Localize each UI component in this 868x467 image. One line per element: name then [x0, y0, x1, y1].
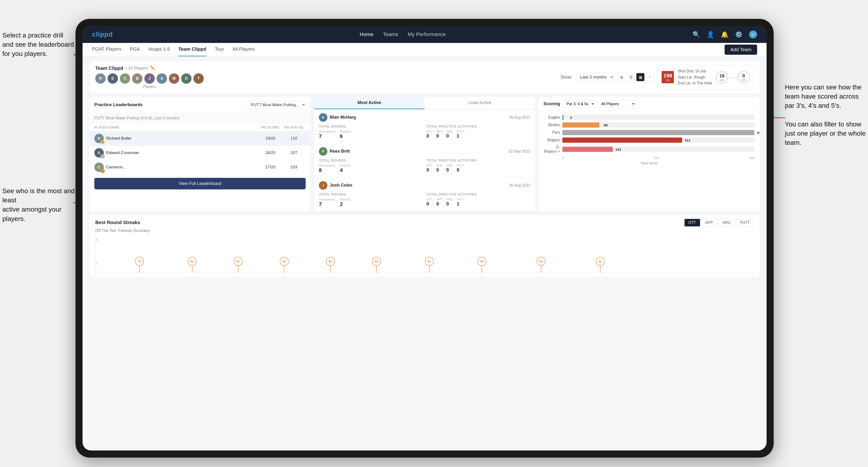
- streaks-filter-ott[interactable]: OTT: [684, 219, 700, 226]
- activity-stats-2: Total Rounds Tournament 8 Practice 4: [319, 158, 530, 173]
- arg-label-3: ARG: [446, 198, 453, 201]
- nav-link-performance[interactable]: My Performance: [408, 31, 445, 37]
- subnav-hcaps[interactable]: Hcaps 1-5: [148, 43, 170, 56]
- birdies-fill: 96: [562, 122, 599, 128]
- streaks-filter-putt[interactable]: PUTT: [736, 219, 754, 226]
- putt-val-2: 0: [457, 167, 465, 173]
- activity-avatar-2: R: [319, 147, 328, 156]
- drill-name: PUTT Must Make Putting (3-6 ft),: [94, 116, 153, 120]
- add-team-button[interactable]: Add Team: [724, 44, 757, 55]
- streak-pin-10: 3x: [596, 257, 605, 273]
- practice-leaderboards-card: Practice Leaderboards PUTT Must Make Put…: [90, 97, 310, 211]
- shot-circle-1-unit: yds: [720, 79, 724, 81]
- eagles-val: 3: [570, 115, 572, 119]
- total-rounds-row-3: Tournament 7 Practice 2: [319, 198, 423, 207]
- col-pb-avg: PB AVG SQ: [282, 125, 306, 129]
- tournament-label-2: Tournament: [319, 164, 335, 167]
- total-rounds-label-3: Total Rounds: [319, 192, 423, 196]
- show-select[interactable]: Last 3 months Last 6 months This year: [576, 73, 614, 81]
- practice-val-2: 4: [340, 167, 351, 173]
- bogeys-fill: 311: [562, 137, 682, 143]
- nav-link-home[interactable]: Home: [360, 31, 374, 37]
- scoring-header: Scoring Par 3, 4 & 5s Par 3s Par 4s Par …: [539, 97, 760, 111]
- subnav-pga[interactable]: PGA: [130, 43, 140, 56]
- app-val-1: 0: [436, 133, 442, 139]
- tab-most-active[interactable]: Most Active: [314, 97, 425, 109]
- practice-label-2: Practice: [340, 164, 351, 167]
- drill-select[interactable]: PUTT Must Make Putting... Other Drill: [247, 101, 306, 109]
- lb-avg-2: 107: [282, 151, 306, 155]
- avatar-4: B: [132, 73, 143, 84]
- subnav-pgat[interactable]: PGAT Players: [92, 43, 121, 56]
- lb-badge-2: 2: [100, 154, 105, 158]
- edit-icon[interactable]: ✏️: [150, 66, 155, 71]
- tournament-label-3: Tournament: [319, 198, 335, 201]
- streak-pin-line-1: [139, 266, 140, 273]
- ott-label-2: OTT: [427, 164, 433, 167]
- streaks-filter-arg[interactable]: ARG: [718, 219, 735, 226]
- app-stat-1: APP 0: [436, 130, 442, 139]
- pars-val: 499: [757, 130, 760, 134]
- arg-val-2: 0: [446, 167, 453, 173]
- annotation-1: Select a practice drill and see the lead…: [2, 31, 75, 59]
- avatar-icon[interactable]: U: [749, 30, 757, 38]
- app-label-3: APP: [436, 198, 442, 201]
- practice-activities-label-1: Total Practice Activities: [427, 125, 530, 128]
- players-label: Players: [95, 85, 204, 89]
- lb-row-2: E 2 Edward Crossman 18/20 107: [90, 146, 310, 160]
- annotation-2: Here you can see how theteam have scored…: [785, 83, 866, 147]
- view-card-icon[interactable]: ▦: [637, 73, 644, 81]
- total-rounds-group-1: Total Rounds Tournament 7 Practice 6: [319, 125, 423, 139]
- app-val-2: 0: [436, 167, 442, 173]
- scoring-player-select[interactable]: All Players Individual Player: [598, 100, 636, 107]
- view-grid-icon[interactable]: ⊞: [618, 73, 625, 81]
- scoring-par-select[interactable]: Par 3, 4 & 5s Par 3s Par 4s Par 5s: [563, 100, 595, 107]
- activity-avatar-3: J: [319, 181, 328, 190]
- activity-player-3-name: J Josh Coles: [319, 181, 352, 190]
- activity-name-2: Rees Britt: [330, 149, 350, 154]
- settings-icon[interactable]: ⚙️: [735, 31, 743, 38]
- tablet-frame: clippd Home Teams My Performance 🔍 👤 🔔 ⚙…: [75, 19, 774, 458]
- team-header-right: Show: Last 3 months Last 6 months This y…: [560, 65, 754, 89]
- streak-pin-6: 4x: [372, 257, 381, 273]
- ott-val-2: 0: [427, 167, 433, 173]
- putt-label-1: PUTT: [457, 130, 465, 133]
- view-list-icon[interactable]: ☰: [627, 73, 635, 81]
- ott-val-3: 0: [427, 201, 433, 207]
- activity-player-1-header: B Blair McHarg 26 Aug 2023: [319, 113, 530, 122]
- streak-pin-label-5: 5x: [326, 257, 335, 266]
- eagles-label: Eagles: [544, 115, 560, 120]
- tournament-stat-3: Tournament 7: [319, 198, 335, 207]
- person-icon[interactable]: 👤: [707, 31, 714, 38]
- view-icons: ⊞ ☰ ▦ ↕: [618, 73, 654, 81]
- subnav-team-clippd[interactable]: Team Clippd: [178, 43, 206, 56]
- streak-pin-label-3: 6x: [234, 257, 243, 266]
- subnav-all-players[interactable]: All Players: [232, 43, 255, 56]
- activity-avatar-1: B: [319, 113, 328, 122]
- eagles-track: 3: [562, 115, 755, 120]
- streak-pin-line-7: [429, 266, 430, 273]
- putt-stat-3: PUTT 1: [457, 198, 465, 207]
- streak-pin-7: 4x: [425, 257, 434, 273]
- arg-stat-2: ARG 0: [446, 164, 453, 173]
- col-player-name: PLAYER NAME: [94, 125, 258, 129]
- lb-name-1: Richard Butler: [106, 136, 132, 141]
- shot-start-lie: Start Lie: Rough: [678, 74, 712, 81]
- arg-stat-3: ARG 0: [446, 198, 453, 207]
- activity-card: Most Active Least Active B Blair McHarg …: [314, 97, 535, 211]
- streaks-filter-app[interactable]: APP: [702, 219, 717, 226]
- bell-icon[interactable]: 🔔: [721, 31, 728, 38]
- bogeys-track: 311: [562, 137, 755, 143]
- dbogeys-val: 131: [615, 147, 621, 151]
- lb-score-2: 18/20: [258, 151, 282, 155]
- view-sort-icon[interactable]: ↕: [646, 73, 654, 81]
- search-icon[interactable]: 🔍: [692, 31, 700, 38]
- lb-score-3: 17/20: [258, 165, 282, 169]
- view-full-leaderboard-button[interactable]: View Full Leaderboard: [94, 178, 306, 189]
- nav-link-teams[interactable]: Teams: [383, 31, 398, 37]
- tab-least-active[interactable]: Least Active: [425, 97, 535, 109]
- scoring-bar-birdies: Birdies 96: [544, 122, 755, 128]
- putt-val-3: 1: [457, 201, 465, 207]
- subnav-tour[interactable]: Tour: [215, 43, 224, 56]
- total-rounds-row-1: Tournament 7 Practice 6: [319, 130, 423, 139]
